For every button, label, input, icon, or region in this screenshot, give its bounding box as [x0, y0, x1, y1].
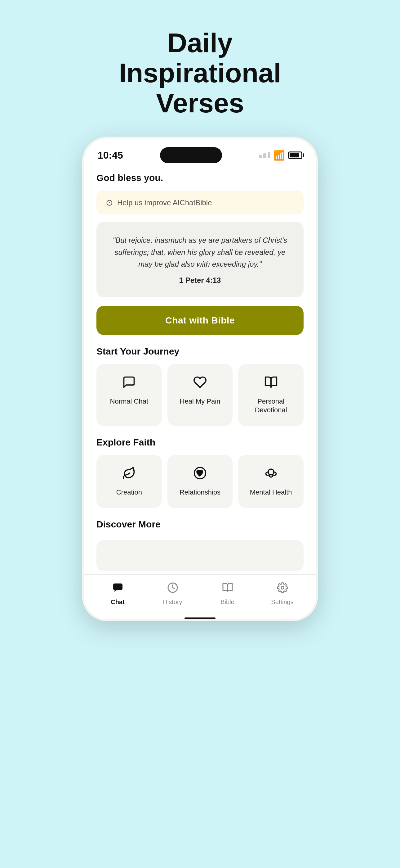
verse-text: "But rejoice, inasmuch as ye are partake… [108, 235, 292, 270]
journey-cards-row: Normal Chat Heal My Pain [96, 364, 304, 426]
heart-icon [193, 375, 207, 392]
journey-card-normal-chat[interactable]: Normal Chat [96, 364, 162, 426]
faith-card-relationships[interactable]: Relationships [167, 455, 233, 508]
settings-nav-label: Settings [271, 598, 293, 606]
settings-nav-icon [277, 582, 288, 596]
svg-marker-2 [113, 590, 117, 593]
user-icon: ⊙ [106, 197, 113, 208]
nav-item-settings[interactable]: Settings [255, 582, 310, 606]
history-nav-label: History [163, 598, 182, 606]
improve-banner[interactable]: ⊙ Help us improve AIChatBible [96, 191, 304, 215]
bible-nav-icon [222, 582, 233, 596]
verse-card: "But rejoice, inasmuch as ye are partake… [96, 222, 304, 297]
chat-nav-label: Chat [111, 598, 124, 606]
nav-item-history[interactable]: History [145, 582, 200, 606]
battery-icon [288, 152, 302, 159]
dynamic-island [160, 147, 222, 163]
status-icons: 📶 [259, 150, 302, 161]
heal-pain-label: Heal My Pain [180, 397, 221, 406]
discover-placeholder [96, 540, 304, 571]
heart-circle-icon [193, 466, 207, 483]
history-nav-icon [167, 582, 178, 596]
chat-icon [122, 375, 136, 392]
mental-health-label: Mental Health [250, 488, 292, 497]
discover-section-title: Discover More [96, 519, 304, 533]
nav-item-bible[interactable]: Bible [200, 582, 255, 606]
verse-reference: 1 Peter 4:13 [108, 276, 292, 285]
greeting-text: God bless you. [96, 173, 304, 183]
brain-icon [264, 466, 278, 483]
status-time: 10:45 [98, 150, 123, 161]
journey-section-title: Start Your Journey [96, 346, 304, 357]
app-content: God bless you. ⊙ Help us improve AIChatB… [84, 166, 316, 571]
faith-section-title: Explore Faith [96, 437, 304, 448]
bottom-nav: Chat History Bible [84, 574, 316, 615]
leaf-icon [122, 466, 136, 483]
nav-item-chat[interactable]: Chat [90, 582, 145, 606]
improve-banner-text: Help us improve AIChatBible [117, 198, 212, 207]
signal-icon [259, 152, 270, 158]
faith-cards-row: Creation Relationships [96, 455, 304, 508]
relationships-label: Relationships [179, 488, 221, 497]
normal-chat-label: Normal Chat [110, 397, 148, 406]
home-indicator [185, 617, 215, 619]
creation-label: Creation [116, 488, 142, 497]
bible-nav-label: Bible [221, 598, 234, 606]
page-title: Daily Inspirational Verses [92, 28, 308, 118]
svg-point-4 [281, 586, 284, 589]
journey-card-heal-pain[interactable]: Heal My Pain [167, 364, 233, 426]
journey-card-devotional[interactable]: Personal Devotional [238, 364, 304, 426]
svg-rect-1 [113, 584, 123, 590]
faith-card-creation[interactable]: Creation [96, 455, 162, 508]
devotional-label: Personal Devotional [244, 397, 297, 415]
chat-nav-icon [112, 582, 124, 596]
chat-bible-button[interactable]: Chat with Bible [96, 306, 304, 335]
faith-card-mental-health[interactable]: Mental Health [238, 455, 304, 508]
status-bar: 10:45 📶 [84, 138, 316, 166]
wifi-icon: 📶 [273, 150, 285, 161]
phone-frame: 10:45 📶 God bless you. ⊙ Help us improve… [82, 136, 318, 621]
phone-inner: 10:45 📶 God bless you. ⊙ Help us improve… [84, 138, 316, 619]
book-icon [264, 375, 278, 392]
